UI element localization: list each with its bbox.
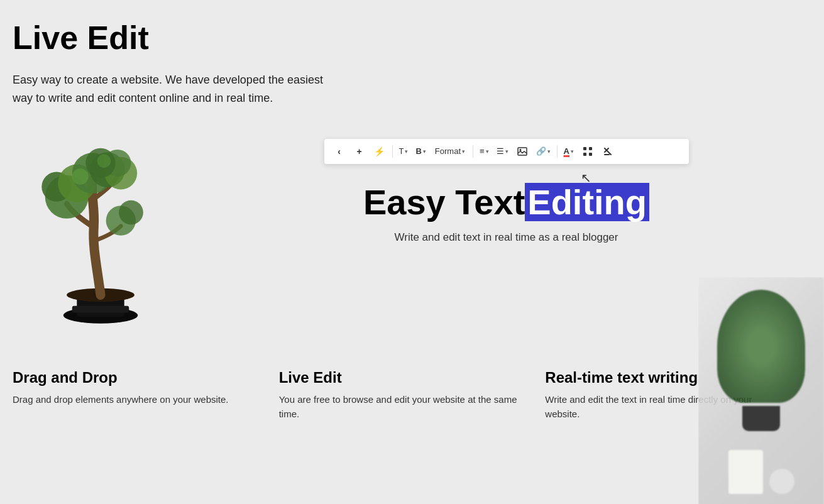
format-label: Format	[435, 146, 461, 156]
text-dropdown-arrow: ▾	[405, 148, 408, 155]
feature-drag-drop: Drag and Drop Drag and drop elements any…	[13, 369, 279, 421]
align-icon: ≡	[480, 146, 485, 156]
svg-point-13	[72, 168, 89, 185]
feature-live-edit: Live Edit You are free to browse and edi…	[279, 369, 546, 421]
link-dropdown-arrow: ▾	[547, 148, 551, 155]
feature-live-edit-desc: You are free to browse and edit your web…	[279, 393, 520, 421]
svg-rect-20	[583, 153, 586, 156]
link-icon: 🔗	[536, 146, 546, 156]
editor-subtitle: Write and edit text in real time as a re…	[349, 231, 664, 244]
hero-description: Easy way to create a website. We have de…	[13, 71, 327, 107]
text-label: T	[399, 146, 404, 156]
font-color-button[interactable]: A ▾	[561, 143, 576, 160]
bonsai-image	[13, 133, 189, 329]
page-wrapper: Live Edit Easy way to create a website. …	[0, 0, 824, 504]
heading-selected-text: Editing	[525, 183, 649, 222]
svg-rect-19	[589, 147, 592, 150]
editor-heading[interactable]: Easy Text Editing	[349, 183, 664, 222]
bonsai-container	[0, 133, 189, 350]
editor-content[interactable]: Easy Text Editing Write and edit text in…	[349, 183, 664, 244]
link-button[interactable]: 🔗 ▾	[534, 143, 553, 160]
grid-button[interactable]	[579, 143, 596, 160]
format-dropdown-arrow: ▾	[462, 148, 465, 155]
divider-3	[557, 145, 558, 158]
text-style-button[interactable]: T ▾	[397, 143, 411, 160]
svg-point-12	[119, 200, 143, 224]
svg-rect-21	[589, 153, 592, 156]
font-color-icon: A	[564, 146, 569, 156]
hero-section: Live Edit Easy way to create a website. …	[0, 0, 352, 120]
toolbar: ‹ + ⚡ T ▾ B ▾ Format	[324, 139, 689, 164]
align-dropdown-arrow: ▾	[486, 148, 489, 155]
image-button[interactable]	[514, 143, 531, 160]
list-dropdown-arrow: ▾	[505, 148, 508, 155]
add-button[interactable]: +	[351, 143, 368, 160]
align-button[interactable]: ≡ ▾	[477, 143, 492, 160]
right-plant-decoration	[717, 290, 805, 403]
divider-1	[392, 145, 393, 158]
feature-live-edit-title: Live Edit	[279, 369, 520, 386]
middle-section: ‹ + ⚡ T ▾ B ▾ Format	[0, 133, 824, 350]
list-icon: ☰	[497, 146, 504, 156]
clear-format-icon	[603, 147, 612, 156]
feature-drag-drop-desc: Drag and drop elements anywhere on your …	[13, 393, 254, 407]
right-images	[698, 277, 824, 504]
back-button[interactable]: ‹	[331, 143, 348, 160]
editor-section: ‹ + ⚡ T ▾ B ▾ Format	[189, 133, 824, 244]
right-obj-2	[769, 469, 794, 494]
right-obj-1	[728, 450, 763, 494]
svg-point-14	[97, 154, 111, 168]
heading-normal-text: Easy Text	[363, 183, 525, 222]
bold-label: B	[415, 146, 421, 156]
right-objects	[698, 444, 824, 500]
right-image-placeholder	[698, 277, 824, 504]
bold-button[interactable]: B ▾	[413, 143, 428, 160]
cursor-indicator: ↖	[581, 170, 591, 185]
divider-2	[473, 145, 473, 158]
font-color-arrow: ▾	[571, 148, 574, 155]
clear-format-button[interactable]	[599, 143, 617, 160]
grid-icon	[583, 146, 593, 156]
hero-title: Live Edit	[13, 20, 327, 56]
svg-rect-15	[72, 305, 129, 312]
bold-dropdown-arrow: ▾	[423, 148, 426, 155]
lightning-button[interactable]: ⚡	[371, 143, 388, 160]
feature-drag-drop-title: Drag and Drop	[13, 369, 254, 386]
svg-rect-18	[583, 147, 586, 150]
svg-rect-16	[518, 148, 527, 155]
format-button[interactable]: Format ▾	[431, 143, 469, 160]
right-pot-decoration	[742, 406, 780, 431]
image-icon	[517, 147, 527, 156]
list-button[interactable]: ☰ ▾	[494, 143, 511, 160]
